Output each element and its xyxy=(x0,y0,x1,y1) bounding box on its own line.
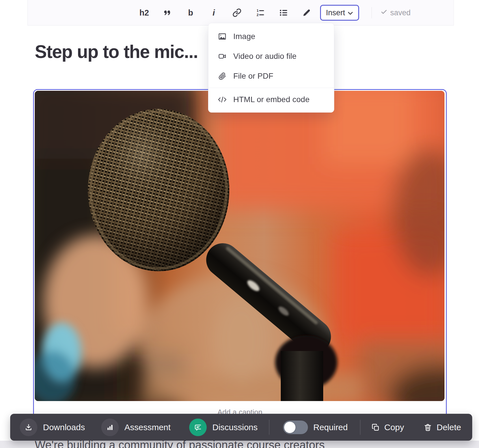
insert-menu-item-video[interactable]: Video or audio file xyxy=(208,46,334,66)
formatting-buttons: h2 b i 12 xyxy=(139,0,312,25)
assessment-label: Assessment xyxy=(124,423,171,432)
formatting-toolbar: h2 b i 12 xyxy=(27,0,454,25)
ordered-list-button[interactable]: 12 xyxy=(255,7,266,19)
selected-image-block: Add a caption xyxy=(33,89,447,441)
quote-icon xyxy=(163,8,172,17)
bullet-list-button[interactable] xyxy=(278,7,289,19)
block-toolbar-divider xyxy=(269,420,269,435)
insert-button-label: Insert xyxy=(326,8,345,17)
svg-text:2: 2 xyxy=(256,13,258,17)
copy-button[interactable]: Copy xyxy=(371,414,404,441)
assessment-button[interactable]: Assessment xyxy=(101,414,171,441)
delete-label: Delete xyxy=(437,423,461,432)
bold-button[interactable]: b xyxy=(185,7,196,19)
bar-chart-icon xyxy=(101,419,119,436)
toolbar-divider xyxy=(372,7,372,18)
insert-button[interactable]: Insert xyxy=(320,5,359,21)
downloads-label: Downloads xyxy=(43,423,85,432)
video-icon xyxy=(217,52,227,61)
lesson-image[interactable] xyxy=(35,91,445,401)
blockquote-button[interactable] xyxy=(162,7,173,19)
download-icon xyxy=(20,419,37,436)
required-toggle[interactable] xyxy=(283,421,308,434)
bottom-strip: We're building a community of passionate… xyxy=(0,441,479,448)
code-icon xyxy=(217,95,227,104)
pencil-icon xyxy=(302,8,311,17)
save-status: saved xyxy=(381,0,411,25)
bullet-list-icon xyxy=(279,8,288,17)
paperclip-icon xyxy=(217,72,227,80)
delete-button[interactable]: Delete xyxy=(424,414,461,441)
block-toolbar: Downloads Assessment Discussions Require… xyxy=(10,414,472,441)
copy-label: Copy xyxy=(384,423,404,432)
discussions-icon xyxy=(189,419,207,436)
ordered-list-icon: 12 xyxy=(256,8,265,17)
trash-icon xyxy=(424,423,432,432)
insert-menu-item-label: File or PDF xyxy=(233,72,273,81)
toggle-knob xyxy=(284,422,295,433)
microphone-photo xyxy=(35,91,445,401)
required-label: Required xyxy=(313,423,348,432)
insert-menu-divider xyxy=(208,88,334,88)
block-toolbar-divider xyxy=(360,420,361,435)
discussions-button[interactable]: Discussions xyxy=(189,414,258,441)
check-icon xyxy=(381,8,387,17)
save-status-label: saved xyxy=(390,8,411,17)
copy-icon xyxy=(371,423,380,432)
link-button[interactable] xyxy=(232,7,242,19)
insert-menu-item-label: Image xyxy=(233,32,255,41)
insert-menu-item-image[interactable]: Image xyxy=(208,27,334,46)
italic-button[interactable]: i xyxy=(208,7,219,19)
page-title[interactable]: Step up to the mic... xyxy=(35,41,198,62)
image-icon xyxy=(217,32,227,41)
insert-menu-item-label: HTML or embed code xyxy=(233,95,310,104)
svg-text:1: 1 xyxy=(256,9,258,13)
required-label-wrap: Required xyxy=(313,414,348,441)
chevron-down-icon xyxy=(348,8,353,17)
heading2-button[interactable]: h2 xyxy=(139,7,150,19)
insert-menu: Image Video or audio file File or PDF HT… xyxy=(208,23,334,113)
downloads-button[interactable]: Downloads xyxy=(20,414,85,441)
insert-menu-item-label: Video or audio file xyxy=(233,52,297,61)
discussions-label: Discussions xyxy=(212,423,258,432)
insert-menu-item-embed[interactable]: HTML or embed code xyxy=(208,90,334,109)
highlight-button[interactable] xyxy=(301,7,312,19)
insert-menu-item-file[interactable]: File or PDF xyxy=(208,66,334,86)
link-icon xyxy=(232,8,241,17)
